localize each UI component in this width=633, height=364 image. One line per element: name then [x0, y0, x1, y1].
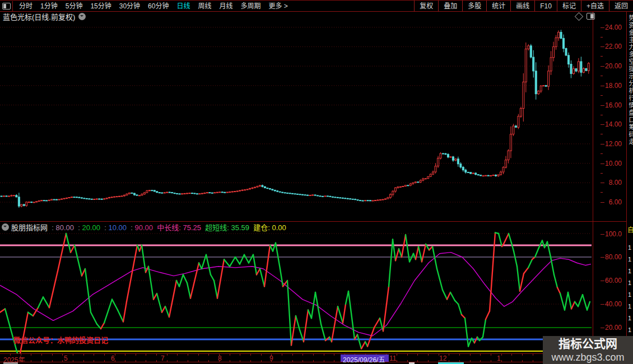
month-label: 12 — [439, 354, 446, 362]
pane-toggle-icon[interactable] — [587, 13, 595, 20]
period-tab-日线[interactable]: 日线 — [173, 1, 194, 11]
indicator-param-value: 20.00 — [82, 223, 100, 232]
period-tab-月线[interactable]: 月线 — [216, 1, 237, 11]
indicator-field: 超短线: 35.59 — [201, 223, 249, 232]
axis-label: 8.00 — [609, 179, 622, 186]
period-tabs: 分时1分钟5分钟15分钟30分钟60分钟日线周线月线多周期更多 > — [15, 1, 292, 11]
period-tab-多周期[interactable]: 多周期 — [237, 1, 265, 11]
sidebar-clipped-digit: 1 — [628, 256, 631, 263]
indicator-name: 股朋指标网 — [11, 222, 48, 232]
period-tab-60分钟[interactable]: 60分钟 — [144, 1, 173, 11]
toolbar-button-返回[interactable]: 返回 — [609, 1, 633, 11]
toolbar-button-多股[interactable]: 多股 — [462, 1, 486, 11]
toolbar-button-画线[interactable]: 画线 — [510, 1, 534, 11]
month-label: 8 — [218, 354, 222, 362]
axis-label: 20.00 — [605, 324, 622, 332]
axis-label: 14.00 — [605, 120, 622, 128]
toolbar-button-复权[interactable]: 复权 — [414, 1, 438, 11]
main-candlestick-chart[interactable] — [0, 11, 593, 221]
top-toolbar: 分时1分钟5分钟15分钟30分钟60分钟日线周线月线多周期更多 > 复权叠加多股… — [0, 1, 633, 12]
period-tab-30分钟[interactable]: 30分钟 — [115, 1, 144, 11]
trading-app-window: { "toolbar": { "left_items": ["分时","1分钟"… — [0, 0, 633, 364]
axis-label: 12.00 — [605, 140, 622, 148]
axis-label: 20.00 — [605, 62, 622, 70]
indicator-params: : 80.00 : 20.00 : 10.00 : 90.00 中长线: 75.… — [48, 222, 286, 232]
toolbar-button-叠加[interactable]: 叠加 — [438, 1, 462, 11]
month-label: 7 — [161, 354, 165, 362]
axis-label: 100.0 — [605, 230, 622, 238]
sidebar-clipped-digit: 1 — [628, 268, 631, 274]
toolbar-buttons: 复权叠加多股统计画线F10标记+自选返回 — [414, 1, 633, 11]
toolbar-button-F10[interactable]: F10 — [534, 1, 557, 11]
indicator-chevron-icon[interactable] — [2, 223, 9, 231]
toolbar-button-统计[interactable]: 统计 — [486, 1, 510, 11]
month-label: 11 — [389, 354, 396, 362]
axis-label: 60.00 — [605, 277, 622, 284]
sidebar-clipped-digit: 1 — [628, 244, 631, 251]
axis-label: 18.00 — [605, 82, 622, 90]
period-tab-5分钟[interactable]: 5分钟 — [62, 1, 87, 11]
selected-date-label: 2025/09/26/五 — [341, 354, 389, 362]
indicator-field: 建仓: 0.00 — [249, 223, 286, 232]
site-watermark: 指标公式网 www.zbgs3.com — [543, 336, 633, 364]
axis-label: 22.00 — [605, 43, 622, 50]
sidebar-clipped-digit: 1 — [628, 303, 631, 310]
toolbar-button-+自选[interactable]: +自选 — [581, 1, 609, 11]
clipped-right-sidebar[interactable]: 势资金主力多空提示分析行情盘口筹码走 自 11111111 — [626, 11, 633, 364]
watermark-title: 指标公式网 — [543, 337, 633, 351]
period-tab-更多 >[interactable]: 更多 > — [265, 1, 292, 11]
axis-label: 40.00 — [605, 300, 622, 308]
sidebar-clipped-digit: 1 — [628, 326, 631, 333]
layout-split-icon[interactable] — [0, 1, 13, 11]
chart-title: 蓝色光标(日线.前复权) — [3, 11, 75, 22]
month-label: 5 — [64, 354, 68, 362]
watermark-url: www.zbgs3.com — [543, 351, 633, 363]
sidebar-clipped-text: 势资金主力多空提示分析行情盘口筹码走 — [627, 15, 633, 146]
axis-label: 6.00 — [609, 198, 622, 206]
time-axis[interactable]: 2025年56789111212025/09/26/五 — [0, 353, 626, 362]
axis-label: 24.00 — [605, 24, 622, 31]
period-tab-1分钟[interactable]: 1分钟 — [36, 1, 62, 11]
diamond-icon[interactable] — [575, 12, 584, 21]
sidebar-clipped-digit: 1 — [628, 315, 631, 321]
month-label: 1 — [497, 354, 501, 362]
wechat-note: 微信公众号：水鸭的投资日记 — [13, 334, 108, 345]
chart-title-row: 蓝色光标(日线.前复权) — [0, 11, 593, 22]
period-tab-周线[interactable]: 周线 — [194, 1, 215, 11]
axis-label: 10.00 — [605, 160, 622, 167]
sidebar-badge: 自 — [627, 225, 633, 234]
period-tab-分时[interactable]: 分时 — [15, 1, 36, 11]
indicator-param-value: 90.00 — [134, 223, 153, 232]
axis-label: 16.00 — [605, 101, 622, 109]
title-row-icons — [576, 12, 609, 20]
toolbar-button-标记[interactable]: 标记 — [557, 1, 581, 11]
indicator-field: 中长线: 75.25 — [153, 223, 201, 232]
chevron-down-icon[interactable] — [78, 13, 86, 20]
indicator-param-value: 10.00 — [108, 223, 127, 232]
period-tab-15分钟[interactable]: 15分钟 — [86, 1, 115, 11]
indicator-header: 股朋指标网 : 80.00 : 20.00 : 10.00 : 90.00 中长… — [0, 222, 593, 232]
sidebar-clipped-digit: 1 — [628, 291, 631, 298]
axis-label: 80.00 — [605, 253, 622, 261]
sidebar-clipped-digit: 1 — [628, 279, 631, 286]
price-axis: 24.0022.0020.0018.0016.0014.0012.0010.00… — [593, 11, 626, 362]
indicator-param-value: 80.00 — [55, 223, 74, 232]
